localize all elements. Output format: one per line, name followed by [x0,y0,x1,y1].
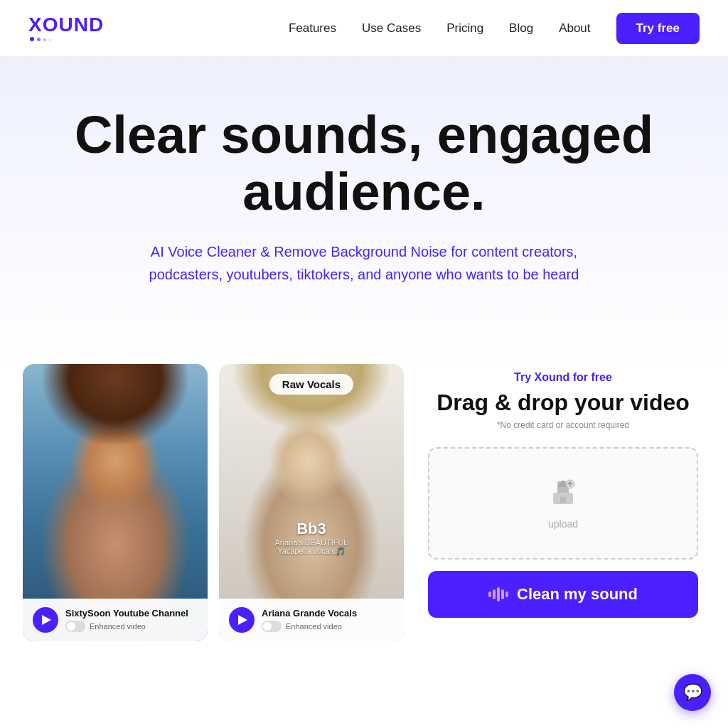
upload-icon [546,477,580,511]
clean-sound-button[interactable]: Clean my sound [428,571,698,618]
clean-btn-label: Clean my sound [517,585,638,604]
no-credit-text: *No credit card or account required [497,420,629,430]
nav-link-pricing[interactable]: Pricing [446,21,483,36]
logo-text: XOUND [28,15,104,35]
card-2-note: Bb3 [275,520,348,538]
play-icon-1 [42,615,51,625]
card-1-hair [23,364,208,503]
card-1-bottom: SixtySoon Youtube Channel Enhanced video [23,599,208,641]
logo-dot-2 [37,38,41,41]
waveform-icon [488,587,508,601]
navbar: XOUND Features Use Cases Pricing Blog Ab… [0,0,728,57]
card-2-info: Ariana Grande Vocals Enhanced video [262,608,357,632]
card-2-song: Ariana's BEAUTIFULYacapella vocals🎵 [275,538,348,556]
hero-subtitle: AI Voice Cleaner & Remove Background Noi… [122,240,606,286]
hero-section: Clear sounds, engaged audience. AI Voice… [0,57,728,364]
card-2-toggle-knob [263,622,272,631]
card-1-status: Enhanced video [90,622,146,631]
nav-links: Features Use Cases Pricing Blog About Tr… [289,13,700,44]
chat-icon: 💬 [683,683,702,684]
card-2-bottom: Ariana Grande Vocals Enhanced video [219,599,404,641]
svg-rect-3 [560,497,566,503]
nav-link-blog[interactable]: Blog [509,21,533,36]
card-2-status: Enhanced video [286,622,342,631]
video-card-2: Raw Vocals Bb3 Ariana's BEAUTIFULYacapel… [219,364,404,641]
card-2-toggle[interactable] [262,621,282,632]
video-card-1: SixtySoon Youtube Channel Enhanced video [23,364,208,641]
wave-bar-3 [497,587,500,601]
upload-panel: Try Xound for free Drag & drop your vide… [421,364,705,618]
card-1-play-button[interactable] [33,607,58,633]
demo-container: SixtySoon Youtube Channel Enhanced video [23,364,705,641]
try-label: Try Xound for free [514,371,612,384]
upload-text: upload [548,518,578,530]
logo-dot-3 [43,38,46,41]
nav-link-features[interactable]: Features [289,21,336,36]
card-1-toggle-knob [67,622,75,631]
wave-bar-5 [505,592,508,597]
card-2-label: Raw Vocals [269,374,353,395]
video-cards: SixtySoon Youtube Channel Enhanced video [23,364,404,641]
card-1-toggle[interactable] [65,621,85,632]
demo-section: SixtySoon Youtube Channel Enhanced video [0,364,728,684]
logo-dot-4 [49,39,51,41]
card-2-status-row: Enhanced video [262,621,357,632]
card-1-status-row: Enhanced video [65,621,188,632]
card-2-overlay: Bb3 Ariana's BEAUTIFULYacapella vocals🎵 [275,520,348,556]
wave-bar-1 [488,592,491,597]
card-1-info: SixtySoon Youtube Channel Enhanced video [65,608,188,632]
card-2-play-button[interactable] [229,607,255,633]
nav-link-about[interactable]: About [559,21,590,36]
drop-title: Drag & drop your video [437,390,690,416]
card-2-title: Ariana Grande Vocals [262,608,357,619]
wave-bar-2 [493,589,496,599]
logo[interactable]: XOUND [28,15,104,41]
hero-title: Clear sounds, engaged audience. [73,107,655,220]
card-1-title: SixtySoon Youtube Channel [65,608,188,619]
logo-dots [28,37,51,41]
wave-bar-4 [501,589,504,599]
logo-dot-1 [30,37,34,41]
try-free-button[interactable]: Try free [616,13,700,44]
play-icon-2 [238,615,247,625]
upload-dropzone[interactable]: upload [428,447,698,560]
nav-link-use-cases[interactable]: Use Cases [362,21,421,36]
